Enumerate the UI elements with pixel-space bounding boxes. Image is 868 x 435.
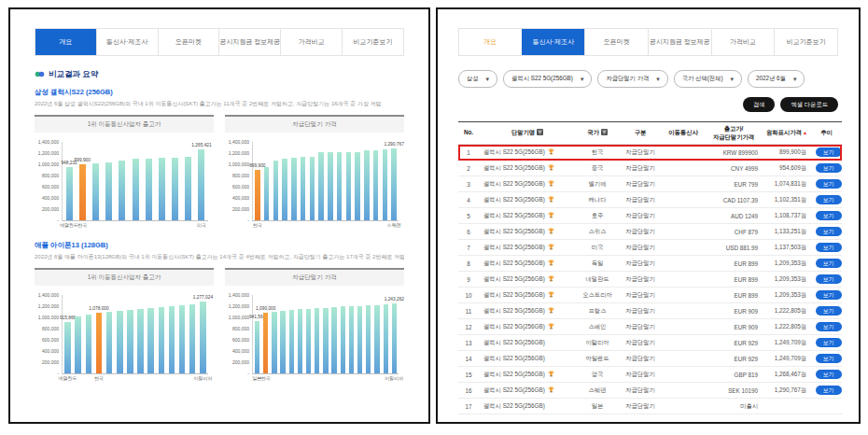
cell-krw-price-text: 1,108,737원 — [775, 212, 806, 218]
select-price-type[interactable]: 자급단말기 가격▾ — [597, 70, 667, 88]
tab-criteria[interactable]: 비교기준보기 — [342, 29, 403, 55]
view-button[interactable]: 보기 — [816, 386, 842, 396]
bar — [298, 309, 302, 373]
select-model[interactable]: 갤럭시 S22 5G(256GB)▾ — [503, 70, 592, 88]
y-axis-tick: - — [57, 218, 59, 223]
view-button[interactable]: 보기 — [816, 274, 842, 285]
filter-icon[interactable] — [601, 129, 608, 138]
view-button[interactable]: 보기 — [816, 306, 842, 316]
cell-trend: 보기 — [811, 288, 842, 303]
cell-krw-price: 954,609원 — [763, 161, 811, 176]
x-axis-label: 네덜란드 — [59, 375, 77, 381]
select-month[interactable]: 2022년 6월▾ — [748, 70, 805, 88]
cell-device-name-text: 갤럭시 S22 5G(256GB) — [483, 244, 545, 250]
cell-krw-price-text: 1,209,353원 — [775, 291, 806, 298]
column-header-label: 출고가/ 자급단말기가격 — [713, 125, 754, 140]
cell-carrier — [662, 272, 705, 288]
tab-criteria[interactable]: 비교기준보기 — [774, 29, 837, 55]
bar-slot: 1,243,262이탈리아 — [390, 295, 399, 373]
cell-price-text: AUD 1249 — [731, 213, 758, 219]
column-header[interactable]: 국가 — [576, 122, 619, 145]
cell-no: 15 — [458, 367, 479, 383]
cell-type-text: 자급단말기 — [625, 244, 654, 250]
bar-slot — [105, 295, 115, 373]
view-button[interactable]: 보기 — [816, 370, 842, 380]
view-button[interactable]: 보기 — [816, 179, 842, 189]
tab-price-compare[interactable]: 가격비교 — [280, 29, 342, 55]
tab-carrier-maker[interactable]: 통신사·제조사 — [522, 29, 585, 55]
cell-device-name-text: 갤럭시 S22 5G(256GB) — [483, 291, 545, 298]
cell-type-text: 자급단말기 — [625, 164, 654, 171]
x-axis-label: 이탈리아 — [193, 375, 212, 381]
select-country[interactable]: 국가 선택(전체)▾ — [674, 70, 742, 88]
cell-type: 자급단말기 — [619, 303, 662, 319]
bar — [374, 305, 379, 373]
y-axis-tick: 1,200,000 — [38, 150, 59, 156]
left-tab-bar: 개요통신사·제조사오픈마켓공시지원금 정보제공가격비교비교기준보기 — [35, 28, 404, 56]
tab-overview[interactable]: 개요 — [35, 29, 96, 55]
view-button[interactable]: 보기 — [816, 211, 842, 221]
column-header: 출고가/ 자급단말기가격 — [705, 122, 763, 145]
column-header[interactable]: 원화표시가격 ▲ — [763, 122, 811, 145]
y-axis-tick: 400,000 — [232, 195, 249, 201]
cell-price: EUR 899 — [705, 272, 763, 288]
cell-krw-price: 1,102,351원 — [763, 192, 811, 208]
view-button[interactable]: 보기 — [816, 227, 842, 237]
chart-y-axis: 1,400,0001,200,0001,000,000800,000600,00… — [227, 142, 252, 220]
view-button[interactable]: 보기 — [816, 259, 842, 269]
cell-country-text: 아일랜드 — [585, 355, 609, 361]
tab-subsidy-info[interactable]: 공시지원금 정보제공 — [218, 29, 280, 55]
bar-slot: 1,290,767스웨덴 — [389, 142, 399, 220]
trophy-icon — [548, 307, 554, 315]
view-button[interactable]: 보기 — [816, 163, 842, 174]
cell-no-text: 10 — [465, 292, 471, 299]
trophy-icon — [548, 228, 554, 235]
bar-value-label: 1,265,421 — [191, 143, 211, 147]
cell-type-text: 자급단말기 — [625, 148, 654, 155]
view-button[interactable]: 보기 — [816, 195, 842, 205]
bar — [106, 312, 112, 373]
bar — [282, 159, 287, 220]
bar — [383, 149, 388, 220]
view-button[interactable]: 보기 — [816, 322, 842, 332]
bar — [384, 304, 388, 373]
cell-price: EUR 909 — [705, 319, 763, 335]
tab-openmarket[interactable]: 오픈마켓 — [584, 29, 648, 55]
y-axis-tick: 200,000 — [42, 206, 59, 212]
tab-price-compare[interactable]: 가격비교 — [711, 29, 775, 55]
cell-device-name-text: 갤럭시 S22 5G(256GB) — [483, 371, 545, 377]
tab-overview[interactable]: 개요 — [459, 29, 522, 55]
column-header[interactable]: 단말기명 — [479, 122, 576, 145]
cell-price-text: EUR 899 — [734, 292, 758, 299]
view-button[interactable]: 보기 — [816, 354, 842, 364]
trophy-icon — [548, 148, 554, 156]
trophy-icon — [548, 212, 554, 219]
cell-no-text: 5 — [467, 213, 470, 219]
select-maker[interactable]: 삼성▾ — [458, 70, 497, 88]
column-header: No. — [458, 122, 479, 145]
sort-asc-icon[interactable]: ▲ — [802, 130, 807, 135]
bar — [349, 306, 354, 373]
view-button[interactable]: 보기 — [816, 290, 842, 301]
bar — [137, 309, 143, 373]
cell-no: 6 — [458, 224, 479, 240]
bar-slot — [335, 142, 344, 220]
bar — [289, 310, 294, 373]
tab-subsidy-info[interactable]: 공시지원금 정보제공 — [648, 29, 711, 55]
cell-type-text: 자급단말기 — [625, 291, 654, 298]
excel-download-button[interactable]: 엑셀 다운로드 — [780, 97, 838, 112]
tab-carrier-maker[interactable]: 통신사·제조사 — [96, 29, 158, 55]
filter-icon[interactable] — [537, 129, 543, 138]
view-button[interactable]: 보기 — [816, 147, 842, 158]
cell-trend: 보기 — [811, 351, 842, 367]
cell-price-text: EUR 899 — [734, 276, 758, 283]
cell-trend: 보기 — [811, 192, 842, 208]
bar-highlight-korea — [79, 164, 86, 220]
bar-slot — [321, 295, 329, 373]
view-button[interactable]: 보기 — [816, 243, 842, 253]
view-button[interactable]: 보기 — [816, 338, 842, 348]
search-button[interactable]: 검색 — [743, 97, 776, 112]
tab-openmarket[interactable]: 오픈마켓 — [158, 29, 219, 55]
bar — [86, 315, 91, 373]
x-axis-label: 한국 — [94, 375, 104, 381]
